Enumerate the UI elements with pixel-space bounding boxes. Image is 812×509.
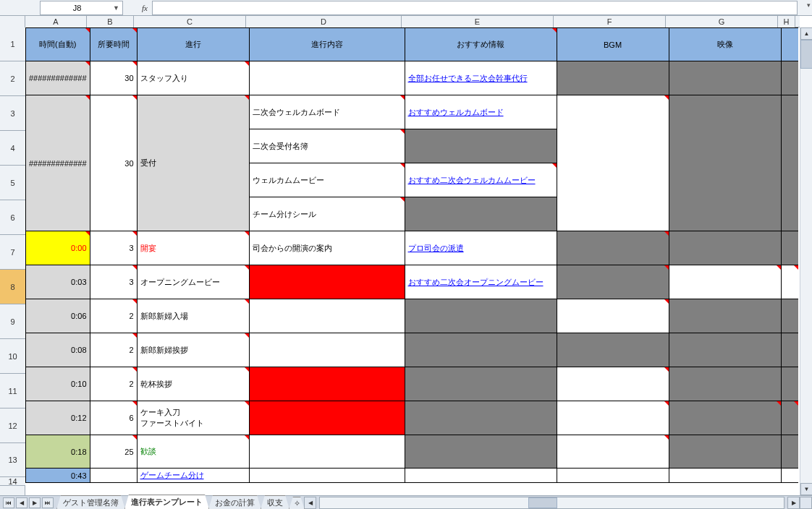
cell-H1[interactable]	[781, 28, 798, 61]
column-header-F[interactable]: F	[554, 16, 666, 27]
cell-H2[interactable]	[781, 61, 798, 95]
link-E3[interactable]: おすすめウェルカムボード	[408, 108, 504, 116]
cell-A13[interactable]: 0:18	[26, 435, 90, 469]
cell-H10[interactable]	[781, 333, 798, 367]
cell-E8[interactable]: おすすめ二次会オープニングムービー	[405, 265, 557, 299]
column-header-A[interactable]: A	[25, 16, 87, 27]
cell-E9[interactable]	[405, 299, 557, 333]
link-E7[interactable]: プロ司会の派遣	[408, 244, 464, 252]
tab-nav-prev[interactable]: ◀	[16, 497, 28, 508]
cell-G9[interactable]	[669, 299, 781, 333]
cell-B1[interactable]: 所要時間	[90, 28, 137, 61]
cell-F10[interactable]	[557, 333, 669, 367]
cell-E3[interactable]: おすすめウェルカムボード	[405, 95, 557, 129]
cell-A7[interactable]: 0:00	[26, 231, 90, 265]
cell-E2[interactable]: 全部お任せできる二次会幹事代行	[405, 61, 557, 95]
cell-A10[interactable]: 0:08	[26, 333, 90, 367]
column-header-E[interactable]: E	[402, 16, 554, 27]
scroll-left-button[interactable]: ◀	[304, 497, 316, 509]
row-header-13[interactable]: 13	[0, 443, 25, 477]
row-header-8[interactable]: 8	[0, 270, 25, 304]
cell-H11[interactable]	[781, 367, 798, 401]
row-header-5[interactable]: 5	[0, 166, 25, 200]
cell-D3[interactable]: 二次会ウェルカムボード	[249, 95, 405, 129]
cell-A2[interactable]: #############	[26, 61, 90, 95]
cell-G2[interactable]	[669, 61, 781, 95]
cell-D7[interactable]: 司会からの開演の案内	[249, 231, 405, 265]
cell-D1[interactable]: 進行内容	[249, 28, 405, 61]
cell-E14[interactable]	[405, 469, 557, 483]
cell-A14[interactable]: 0:43	[26, 469, 90, 483]
cell-C12[interactable]: ケーキ入刀 ファーストバイト	[137, 401, 249, 435]
cell-C13[interactable]: 歓談	[137, 435, 249, 469]
cell-H13[interactable]	[781, 435, 798, 469]
row-header-11[interactable]: 11	[0, 374, 25, 409]
cell-A1[interactable]: 時間(自動)	[26, 28, 90, 61]
formula-input[interactable]	[152, 1, 798, 15]
cell-D12[interactable]	[249, 401, 405, 435]
vertical-scroll-thumb[interactable]	[800, 40, 812, 69]
name-box[interactable]: J8 ▼	[40, 1, 123, 15]
cell-G8[interactable]	[669, 265, 781, 299]
cell-E1[interactable]: おすすめ情報	[405, 28, 557, 61]
link-E2[interactable]: 全部お任せできる二次会幹事代行	[408, 74, 528, 82]
cell-E6[interactable]	[405, 197, 557, 231]
cell-G10[interactable]	[669, 333, 781, 367]
cell-C7[interactable]: 開宴	[137, 231, 249, 265]
name-box-dropdown-icon[interactable]: ▼	[111, 4, 119, 12]
cell-F12[interactable]	[557, 401, 669, 435]
cell-G3[interactable]	[669, 95, 781, 231]
cell-B2[interactable]: 30	[90, 61, 137, 95]
cell-D13[interactable]	[249, 435, 405, 469]
cell-C1[interactable]: 進行	[137, 28, 249, 61]
link-C14[interactable]: ゲームチーム分け	[140, 471, 204, 479]
cell-H12[interactable]	[781, 401, 798, 435]
cell-E4[interactable]	[405, 129, 557, 163]
cell-B11[interactable]: 2	[90, 367, 137, 401]
vertical-scrollbar[interactable]: ▲ ▼	[800, 27, 812, 495]
cell-A12[interactable]: 0:12	[26, 401, 90, 435]
cell-B10[interactable]: 2	[90, 333, 137, 367]
cell-F1[interactable]: BGM	[557, 28, 669, 61]
cell-C3[interactable]: 受付	[137, 95, 249, 231]
cell-F3[interactable]	[557, 95, 669, 231]
sheet-tab-2[interactable]: お金の計算	[208, 495, 261, 510]
row-header-3[interactable]: 3	[0, 96, 25, 131]
sheet-tab-1[interactable]: 進行表テンプレート	[124, 495, 209, 510]
row-header-9[interactable]: 9	[0, 304, 25, 339]
cell-G7[interactable]	[669, 231, 781, 265]
scroll-down-button[interactable]: ▼	[800, 483, 812, 495]
cell-D5[interactable]: ウェルカムムービー	[249, 163, 405, 197]
cell-D11[interactable]	[249, 367, 405, 401]
cell-F14[interactable]	[557, 469, 669, 483]
horizontal-scroll-thumb[interactable]	[528, 497, 557, 508]
column-header-B[interactable]: B	[87, 16, 134, 27]
row-header-12[interactable]: 12	[0, 409, 25, 443]
cell-C11[interactable]: 乾杯挨拶	[137, 367, 249, 401]
cell-F9[interactable]	[557, 299, 669, 333]
cell-H14[interactable]	[781, 469, 798, 483]
cell-C9[interactable]: 新郎新婦入場	[137, 299, 249, 333]
cell-E7[interactable]: プロ司会の派遣	[405, 231, 557, 265]
cell-D10[interactable]	[249, 333, 405, 367]
cell-B3[interactable]: 30	[90, 95, 137, 231]
link-E8[interactable]: おすすめ二次会オープニングムービー	[408, 278, 544, 286]
cell-B7[interactable]: 3	[90, 231, 137, 265]
cell-G11[interactable]	[669, 367, 781, 401]
cell-F7[interactable]	[557, 231, 669, 265]
column-header-G[interactable]: G	[666, 16, 778, 27]
cell-D8[interactable]	[249, 265, 405, 299]
row-header-7[interactable]: 7	[0, 235, 25, 270]
scroll-right-button[interactable]: ▶	[787, 497, 800, 509]
cell-E13[interactable]	[405, 435, 557, 469]
cell-G14[interactable]	[669, 469, 781, 483]
sheet-tab-0[interactable]: ゲスト管理名簿	[56, 495, 125, 510]
insert-function-button[interactable]: fx	[123, 4, 152, 12]
horizontal-scrollbar[interactable]	[319, 497, 784, 509]
scroll-up-button[interactable]: ▲	[800, 27, 812, 40]
cell-C8[interactable]: オープニングムービー	[137, 265, 249, 299]
row-header-6[interactable]: 6	[0, 200, 25, 235]
cell-F8[interactable]	[557, 265, 669, 299]
tab-nav-first[interactable]: ⏮	[3, 497, 14, 508]
cell-B13[interactable]: 25	[90, 435, 137, 469]
